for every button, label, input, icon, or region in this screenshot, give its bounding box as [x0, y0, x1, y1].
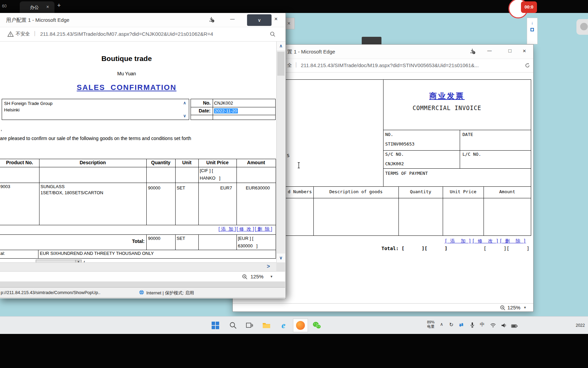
add-link[interactable]: [ 添 加 ] [218, 226, 236, 232]
recording-timer-badge[interactable]: 00:0 [521, 1, 537, 13]
table-border [39, 159, 39, 225]
spinner-up-icon[interactable]: ∧ [183, 101, 186, 105]
window1-titlebar[interactable]: 用户配置 1 - Microsoft Edge — ∨ × [0, 13, 285, 27]
zoom-level[interactable]: 125% [250, 274, 263, 279]
invoice-total-right: [ ][ ] [484, 246, 529, 251]
zoom-caret-icon[interactable]: ▾ [524, 305, 526, 310]
clipped-dropdown[interactable]: ▾ [36, 260, 82, 262]
search-icon[interactable] [270, 31, 276, 39]
modify-link[interactable]: [ 修 改 ] [472, 238, 499, 244]
ime-indicator[interactable]: 中 [480, 322, 485, 328]
zoom-caret-icon[interactable]: ▾ [271, 274, 273, 279]
zoom-level[interactable]: 125% [507, 305, 520, 310]
address-url[interactable]: 211.84.215.43/SIMTrade/doc/M19.aspx?did=… [301, 62, 479, 68]
close-icon[interactable]: × [287, 20, 290, 26]
download-icon[interactable] [469, 48, 475, 56]
sheet-border [531, 79, 531, 235]
words-label-fragment: al: [0, 251, 5, 256]
address-url[interactable]: 211.84.215.43/SIMTrade/doc/M07.aspx?did=… [40, 31, 213, 37]
maximize-button[interactable]: □ [508, 48, 511, 53]
invoice-title-cn: 商业发票 [383, 91, 511, 101]
zoom-icon[interactable] [500, 305, 506, 312]
battery-icon[interactable] [511, 323, 518, 329]
ie-icon: e [281, 320, 285, 331]
vertical-scrollbar[interactable]: ∧ ∨ [276, 42, 285, 262]
wifi-icon[interactable] [490, 323, 496, 329]
tray-sync-icon[interactable]: ⇄ [459, 322, 463, 328]
tray-chevron-icon[interactable]: ∧ [440, 322, 443, 327]
add-link[interactable]: [ 添 加 ] [444, 238, 471, 244]
snap-layout-button[interactable]: ∨ [247, 14, 272, 26]
date-value-selected[interactable]: 2022-11-20 [214, 108, 238, 113]
no-value[interactable]: CNJK002 [214, 101, 233, 106]
close-button[interactable]: × [274, 16, 278, 22]
volume-icon[interactable] [501, 323, 507, 329]
microphone-icon[interactable] [470, 322, 475, 329]
company-name: Boutique trade [0, 55, 253, 63]
window2-title: 置 1 - Microsoft Edge [287, 49, 335, 55]
invoice-sc-value: CNJK002 [385, 161, 404, 166]
horizontal-scrollbar[interactable]: > [0, 262, 276, 271]
total-unit: SET [177, 236, 185, 241]
company-subtitle: Mu Yuan [0, 71, 253, 76]
active-browser-button[interactable] [293, 319, 308, 332]
file-explorer-button[interactable] [259, 319, 274, 332]
security-warning[interactable]: 不安全 [16, 31, 30, 37]
tray-refresh-icon[interactable]: ↻ [449, 322, 454, 328]
scroll-up-button[interactable]: ∧ [277, 42, 285, 50]
scrollbar-thumb[interactable] [277, 52, 284, 76]
chevron-down-icon: ∨ [258, 17, 261, 23]
window1-content: Boutique trade Mu Yuan SALES CONFIRMATIO… [0, 42, 276, 262]
info-border [383, 130, 531, 130]
goods-header-description: Description of goods [313, 189, 398, 194]
scrollbar-corner [276, 262, 285, 271]
scroll-down-button[interactable]: ∨ [277, 254, 285, 262]
address-divider: | [295, 62, 297, 68]
delete-link[interactable]: [ 删 除 ] [499, 238, 526, 244]
table-actions: [ 添 加 ] [ 修 改 ] [ 删 除 ] [191, 226, 272, 232]
table-border [38, 250, 38, 258]
zoom-icon[interactable] [242, 274, 248, 281]
header-amount: Amount [236, 160, 276, 165]
delete-link[interactable]: [ 删 除 ] [255, 226, 272, 232]
modify-link[interactable]: [ 修 改 ] [236, 226, 254, 232]
new-tab-button[interactable]: + [57, 2, 61, 9]
goods-header-unitprice: Unit Price [443, 189, 484, 194]
minimize-button[interactable]: — [487, 48, 492, 53]
start-button[interactable] [208, 319, 223, 332]
table-border [0, 258, 276, 259]
tab-bar-left-fragment: 60 [2, 4, 6, 9]
total-label: Total: [102, 239, 145, 244]
address-bar-icon[interactable] [524, 62, 531, 70]
internet-explorer-button[interactable]: e [276, 319, 291, 332]
table-border [175, 159, 176, 225]
seller-box[interactable]: SH Foreign Trade Group Helsinki ∧ ∨ [2, 99, 189, 120]
window1-address-bar[interactable]: 不安全 | 211.84.215.43/SIMTrade/doc/M07.asp… [0, 27, 285, 42]
seller-line2: Helsinki [4, 107, 20, 112]
taskbar-clock[interactable]: 2022 [576, 323, 585, 328]
status-link-url: p://211.84.215.43/simtrade/Common/ShowPo… [1, 290, 100, 295]
download-icon[interactable] [208, 16, 214, 24]
chevron-right-icon[interactable]: > [267, 263, 270, 270]
taskbar-search-button[interactable] [226, 319, 241, 332]
task-view-button[interactable] [242, 319, 257, 332]
header-product-no: Product No. [0, 160, 39, 165]
tab-close-icon[interactable]: × [46, 4, 49, 10]
wechat-button[interactable] [309, 319, 324, 332]
dropdown-caret-box[interactable]: ▾ [75, 260, 81, 262]
header-description: Description [39, 160, 146, 165]
task-view-icon [245, 321, 254, 329]
invoice-no-value: STINV005653 [385, 141, 414, 147]
close-button[interactable]: × [523, 48, 526, 55]
window2-zoom-bar: 125% ▾ [233, 303, 533, 311]
battery-percent-widget[interactable]: 89% 电量 [424, 320, 438, 329]
address-divider: | [34, 30, 35, 36]
browser-tab[interactable]: 办公 × [20, 1, 54, 13]
header-quantity: Quantity [146, 160, 175, 165]
invoice-actions: [ 添 加 ] [ 修 改 ] [ 删 除 ] [437, 238, 526, 244]
row-quantity: 90000 [148, 185, 160, 190]
row-description-line1: SUNGLASS [40, 184, 65, 189]
minimize-button[interactable]: — [227, 16, 238, 21]
table-border [0, 234, 276, 235]
spinner-down-icon[interactable]: ∨ [183, 113, 186, 118]
